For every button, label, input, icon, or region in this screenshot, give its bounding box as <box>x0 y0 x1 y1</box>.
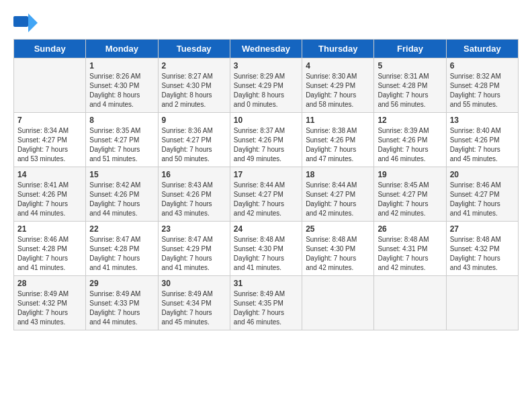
day-number: 30 <box>162 279 226 288</box>
day-number: 16 <box>162 170 226 179</box>
calendar-table: Sunday Monday Tuesday Wednesday Thursday… <box>13 39 519 330</box>
calendar-cell <box>446 276 518 330</box>
day-number: 24 <box>234 224 298 234</box>
calendar-cell: 3Sunrise: 8:29 AMSunset: 4:29 PMDaylight… <box>230 58 302 113</box>
day-info: Sunrise: 8:31 AMSunset: 4:28 PMDaylight:… <box>378 72 442 109</box>
calendar-cell <box>302 276 374 330</box>
col-monday: Monday <box>86 40 158 58</box>
col-thursday: Thursday <box>302 40 374 58</box>
day-number: 5 <box>378 61 442 71</box>
day-number: 12 <box>378 116 442 125</box>
calendar-cell: 4Sunrise: 8:30 AMSunset: 4:29 PMDaylight… <box>302 58 374 113</box>
calendar-cell: 29Sunrise: 8:49 AMSunset: 4:33 PMDayligh… <box>86 276 158 330</box>
day-info: Sunrise: 8:27 AMSunset: 4:30 PMDaylight:… <box>162 72 226 109</box>
day-number: 14 <box>17 170 82 179</box>
day-info: Sunrise: 8:45 AMSunset: 4:27 PMDaylight:… <box>378 181 442 218</box>
calendar-cell: 17Sunrise: 8:44 AMSunset: 4:27 PMDayligh… <box>230 167 302 222</box>
day-number: 8 <box>89 116 154 125</box>
calendar-cell: 2Sunrise: 8:27 AMSunset: 4:30 PMDaylight… <box>158 58 230 113</box>
day-number: 13 <box>450 116 515 125</box>
calendar-cell <box>14 58 86 113</box>
calendar-cell: 26Sunrise: 8:48 AMSunset: 4:31 PMDayligh… <box>374 222 446 276</box>
day-info: Sunrise: 8:41 AMSunset: 4:26 PMDaylight:… <box>17 181 82 218</box>
calendar-cell: 5Sunrise: 8:31 AMSunset: 4:28 PMDaylight… <box>374 58 446 113</box>
calendar-cell: 9Sunrise: 8:36 AMSunset: 4:27 PMDaylight… <box>158 113 230 167</box>
calendar-cell: 25Sunrise: 8:48 AMSunset: 4:30 PMDayligh… <box>302 222 374 276</box>
day-info: Sunrise: 8:48 AMSunset: 4:30 PMDaylight:… <box>306 235 370 273</box>
day-number: 26 <box>378 224 442 234</box>
calendar-cell: 21Sunrise: 8:46 AMSunset: 4:28 PMDayligh… <box>14 222 86 276</box>
calendar-cell: 18Sunrise: 8:44 AMSunset: 4:27 PMDayligh… <box>302 167 374 222</box>
day-info: Sunrise: 8:30 AMSunset: 4:29 PMDaylight:… <box>306 72 370 109</box>
day-number: 22 <box>89 224 154 234</box>
day-info: Sunrise: 8:49 AMSunset: 4:35 PMDaylight:… <box>234 289 298 327</box>
header <box>13 13 519 32</box>
calendar-cell: 20Sunrise: 8:46 AMSunset: 4:27 PMDayligh… <box>446 167 518 222</box>
day-info: Sunrise: 8:37 AMSunset: 4:26 PMDaylight:… <box>234 126 298 164</box>
calendar-cell: 23Sunrise: 8:47 AMSunset: 4:29 PMDayligh… <box>158 222 230 276</box>
col-wednesday: Wednesday <box>230 40 302 58</box>
day-info: Sunrise: 8:26 AMSunset: 4:30 PMDaylight:… <box>89 72 154 109</box>
week-row-3: 21Sunrise: 8:46 AMSunset: 4:28 PMDayligh… <box>14 222 519 276</box>
calendar-cell: 12Sunrise: 8:39 AMSunset: 4:26 PMDayligh… <box>374 113 446 167</box>
day-info: Sunrise: 8:32 AMSunset: 4:28 PMDaylight:… <box>450 72 515 109</box>
week-row-4: 28Sunrise: 8:49 AMSunset: 4:32 PMDayligh… <box>14 276 519 330</box>
header-row: Sunday Monday Tuesday Wednesday Thursday… <box>14 40 519 58</box>
day-info: Sunrise: 8:49 AMSunset: 4:34 PMDaylight:… <box>162 289 226 327</box>
day-number: 4 <box>306 61 370 71</box>
day-number: 27 <box>450 224 515 234</box>
calendar-cell: 11Sunrise: 8:38 AMSunset: 4:26 PMDayligh… <box>302 113 374 167</box>
day-info: Sunrise: 8:46 AMSunset: 4:27 PMDaylight:… <box>450 181 515 218</box>
page-container: Sunday Monday Tuesday Wednesday Thursday… <box>13 13 519 330</box>
day-number: 6 <box>450 61 515 71</box>
calendar-cell: 28Sunrise: 8:49 AMSunset: 4:32 PMDayligh… <box>14 276 86 330</box>
day-info: Sunrise: 8:44 AMSunset: 4:27 PMDaylight:… <box>306 181 370 218</box>
calendar-cell: 1Sunrise: 8:26 AMSunset: 4:30 PMDaylight… <box>86 58 158 113</box>
day-info: Sunrise: 8:44 AMSunset: 4:27 PMDaylight:… <box>234 181 298 218</box>
day-info: Sunrise: 8:40 AMSunset: 4:26 PMDaylight:… <box>450 126 515 164</box>
col-saturday: Saturday <box>446 40 518 58</box>
day-info: Sunrise: 8:49 AMSunset: 4:33 PMDaylight:… <box>89 289 154 327</box>
day-info: Sunrise: 8:39 AMSunset: 4:26 PMDaylight:… <box>378 126 442 164</box>
day-number: 23 <box>162 224 226 234</box>
calendar-cell: 24Sunrise: 8:48 AMSunset: 4:30 PMDayligh… <box>230 222 302 276</box>
day-number: 28 <box>17 279 82 288</box>
day-info: Sunrise: 8:47 AMSunset: 4:28 PMDaylight:… <box>89 235 154 273</box>
week-row-2: 14Sunrise: 8:41 AMSunset: 4:26 PMDayligh… <box>14 167 519 222</box>
col-friday: Friday <box>374 40 446 58</box>
calendar-cell: 15Sunrise: 8:42 AMSunset: 4:26 PMDayligh… <box>86 167 158 222</box>
calendar-cell: 31Sunrise: 8:49 AMSunset: 4:35 PMDayligh… <box>230 276 302 330</box>
day-number: 31 <box>234 279 298 288</box>
col-tuesday: Tuesday <box>158 40 230 58</box>
day-info: Sunrise: 8:48 AMSunset: 4:32 PMDaylight:… <box>450 235 515 273</box>
col-sunday: Sunday <box>14 40 86 58</box>
day-info: Sunrise: 8:43 AMSunset: 4:26 PMDaylight:… <box>162 181 226 218</box>
day-number: 7 <box>17 116 82 125</box>
day-number: 10 <box>234 116 298 125</box>
calendar-cell: 8Sunrise: 8:35 AMSunset: 4:27 PMDaylight… <box>86 113 158 167</box>
day-info: Sunrise: 8:47 AMSunset: 4:29 PMDaylight:… <box>162 235 226 273</box>
day-info: Sunrise: 8:48 AMSunset: 4:31 PMDaylight:… <box>378 235 442 273</box>
day-number: 19 <box>378 170 442 179</box>
day-number: 17 <box>234 170 298 179</box>
calendar-cell: 10Sunrise: 8:37 AMSunset: 4:26 PMDayligh… <box>230 113 302 167</box>
day-info: Sunrise: 8:48 AMSunset: 4:30 PMDaylight:… <box>234 235 298 273</box>
day-number: 11 <box>306 116 370 125</box>
calendar-cell: 6Sunrise: 8:32 AMSunset: 4:28 PMDaylight… <box>446 58 518 113</box>
day-info: Sunrise: 8:34 AMSunset: 4:27 PMDaylight:… <box>17 126 82 164</box>
day-number: 20 <box>450 170 515 179</box>
calendar-cell: 14Sunrise: 8:41 AMSunset: 4:26 PMDayligh… <box>14 167 86 222</box>
day-info: Sunrise: 8:38 AMSunset: 4:26 PMDaylight:… <box>306 126 370 164</box>
day-number: 2 <box>162 61 226 71</box>
day-number: 15 <box>89 170 154 179</box>
calendar-cell: 30Sunrise: 8:49 AMSunset: 4:34 PMDayligh… <box>158 276 230 330</box>
svg-rect-0 <box>13 16 28 27</box>
svg-marker-1 <box>28 13 38 32</box>
calendar-cell <box>374 276 446 330</box>
day-info: Sunrise: 8:49 AMSunset: 4:32 PMDaylight:… <box>17 289 82 327</box>
week-row-1: 7Sunrise: 8:34 AMSunset: 4:27 PMDaylight… <box>14 113 519 167</box>
calendar-cell: 16Sunrise: 8:43 AMSunset: 4:26 PMDayligh… <box>158 167 230 222</box>
day-info: Sunrise: 8:36 AMSunset: 4:27 PMDaylight:… <box>162 126 226 164</box>
calendar-cell: 7Sunrise: 8:34 AMSunset: 4:27 PMDaylight… <box>14 113 86 167</box>
calendar-cell: 22Sunrise: 8:47 AMSunset: 4:28 PMDayligh… <box>86 222 158 276</box>
